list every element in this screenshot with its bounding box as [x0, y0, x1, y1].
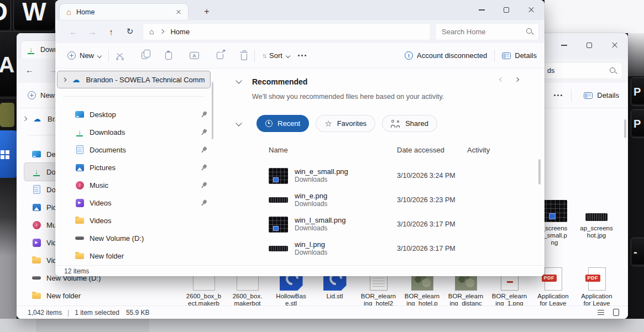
- file-row[interactable]: win_e_small.png Downloads 3/10/2026 3:24…: [269, 164, 533, 188]
- close-tab-icon[interactable]: [176, 10, 181, 14]
- file-row[interactable]: win_l.png Downloads 3/10/2026 3:17 PM: [269, 236, 533, 261]
- file-row[interactable]: win_e.png Downloads 3/10/2026 3:23 PM: [269, 188, 533, 212]
- scrollbar[interactable]: [212, 82, 213, 139]
- sidebar-item[interactable]: New Volume (D:): [61, 229, 213, 247]
- icons-view-toggle[interactable]: [613, 309, 619, 316]
- sort-button[interactable]: Sort: [262, 51, 290, 60]
- file-grid-right: _screens t_small.p ng ap_screens hot.jpg: [533, 194, 617, 246]
- details-view-toggle[interactable]: [598, 312, 604, 313]
- filter-favorites[interactable]: Favorites: [316, 115, 375, 132]
- filter-recent[interactable]: Recent: [256, 115, 309, 132]
- wallpaper-key: W: [13, 0, 55, 32]
- delete-button[interactable]: [241, 54, 247, 60]
- sidebar-item-icon: [32, 203, 41, 212]
- breadcrumb[interactable]: Home: [170, 28, 190, 36]
- sidebar-item[interactable]: Videos: [61, 212, 213, 229]
- column-name[interactable]: Name: [269, 146, 288, 154]
- sidebar-item-icon: [75, 181, 84, 189]
- search-box[interactable]: [435, 23, 539, 40]
- sidebar-item-icon: [75, 128, 84, 136]
- sidebar-item[interactable]: New folder: [24, 287, 163, 304]
- details-button[interactable]: Details: [597, 91, 619, 99]
- sidebar-item-icon: [32, 150, 41, 159]
- cut-button[interactable]: [116, 52, 124, 60]
- column-date-accessed[interactable]: Date accessed: [397, 146, 444, 154]
- new-tab-button[interactable]: [200, 5, 213, 18]
- close-button[interactable]: [519, 1, 543, 19]
- refresh-button[interactable]: [121, 27, 139, 36]
- more-options-button[interactable]: [301, 55, 303, 56]
- sidebar-item[interactable]: Videos: [61, 194, 213, 212]
- file-date-accessed: 3/10/2026 3:24 PM: [397, 172, 455, 180]
- share-button[interactable]: [217, 52, 223, 59]
- file-label-line1: 2600_box_b: [186, 293, 221, 300]
- rename-button[interactable]: [190, 52, 199, 59]
- filter-recent-label: Recent: [278, 119, 300, 128]
- sidebar-item[interactable]: Desktop: [61, 106, 213, 123]
- item-count: 12 items: [64, 267, 89, 275]
- search-input[interactable]: [442, 28, 526, 36]
- back-button[interactable]: [64, 27, 83, 36]
- maximize-button[interactable]: [494, 1, 519, 19]
- sidebar-item[interactable]: Music: [61, 176, 213, 194]
- new-button[interactable]: New: [40, 91, 55, 99]
- sidebar-item-label: New folder: [46, 292, 81, 300]
- sidebar-item-onedrive[interactable]: Brandon - SOWELA Technical Community: [57, 71, 210, 88]
- close-icon: [612, 43, 617, 48]
- collapse-recent-icon[interactable]: [235, 120, 242, 126]
- file-label-line1: Application: [537, 293, 568, 300]
- carousel-next-icon[interactable]: [515, 77, 519, 82]
- file-icon-item[interactable]: ap_screens hot.jpg: [575, 194, 617, 246]
- back-button[interactable]: [25, 65, 34, 75]
- sidebar-item-icon: [75, 163, 84, 172]
- screen: D W A P P - Downl: [0, 0, 644, 332]
- more-options-button[interactable]: [557, 94, 559, 96]
- tab-bar[interactable]: Home: [55, 0, 544, 20]
- desktop-wallpaper-right: P P -: [628, 33, 644, 319]
- sidebar-item-icon: [75, 198, 84, 207]
- close-button[interactable]: [603, 36, 627, 54]
- scrollbar[interactable]: [624, 119, 626, 138]
- file-name: win_e_small.png: [295, 167, 348, 176]
- minimize-button[interactable]: [469, 1, 494, 19]
- sidebar-item-icon: [32, 273, 41, 282]
- minimize-button[interactable]: [552, 36, 576, 54]
- details-button[interactable]: Details: [502, 51, 537, 60]
- tab-home[interactable]: Home: [60, 4, 188, 20]
- new-label: New: [80, 51, 94, 60]
- collapse-recommended-icon[interactable]: [235, 77, 242, 83]
- account-status[interactable]: Account disconnected: [405, 51, 487, 60]
- scrollbar[interactable]: [538, 159, 541, 185]
- paste-button[interactable]: [165, 52, 172, 60]
- copy-button[interactable]: [142, 52, 148, 59]
- chevron-down-icon: [97, 53, 102, 57]
- windows-key: [0, 130, 19, 178]
- sidebar-item[interactable]: Downloads: [61, 123, 213, 141]
- chevron-right-icon[interactable]: [23, 117, 27, 121]
- close-icon: [528, 7, 534, 13]
- minimize-icon: [561, 45, 567, 45]
- details-icon: [502, 52, 511, 59]
- new-button[interactable]: New: [67, 51, 101, 60]
- file-location: Downloads: [295, 249, 327, 257]
- pin-icon: [199, 128, 208, 136]
- up-button[interactable]: [102, 27, 121, 36]
- sidebar-item[interactable]: Pictures: [61, 159, 213, 176]
- address-bar[interactable]: Home: [143, 23, 431, 40]
- pin-icon: [199, 145, 208, 154]
- sidebar-item[interactable]: New folder: [61, 247, 213, 265]
- chevron-right-icon[interactable]: [62, 77, 67, 82]
- carousel-prev-icon[interactable]: [499, 77, 504, 82]
- forward-button[interactable]: [83, 27, 102, 36]
- pdf-badge: PDF: [585, 275, 601, 282]
- maximize-button[interactable]: [577, 36, 601, 54]
- filter-shared[interactable]: Shared: [382, 115, 437, 132]
- sidebar: Brandon - SOWELA Technical Community Des…: [55, 68, 217, 265]
- file-icon-item[interactable]: PDF Application for Leave: [575, 264, 619, 305]
- sidebar-item[interactable]: Documents: [61, 141, 213, 159]
- sidebar-item-label: Pictures: [90, 164, 116, 172]
- explorer-window-home: Home Home Ne: [55, 0, 544, 276]
- status-bar: 12 items: [55, 265, 544, 276]
- column-activity[interactable]: Activity: [467, 146, 490, 154]
- file-row[interactable]: win_l_small.png Downloads 3/10/2026 3:17…: [269, 212, 533, 236]
